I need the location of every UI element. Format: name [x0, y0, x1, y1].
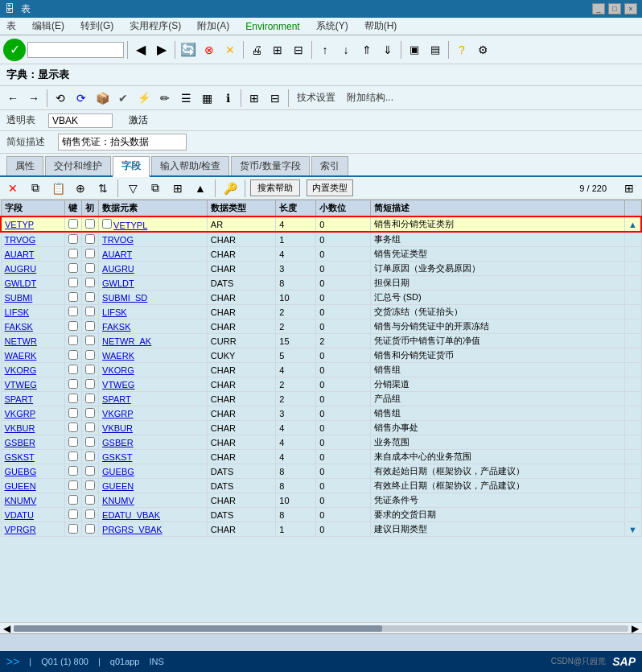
- close-button[interactable]: ×: [624, 3, 637, 14]
- display-icon[interactable]: ⊟: [265, 89, 285, 108]
- edit-icon[interactable]: ✏: [155, 89, 175, 108]
- table-row[interactable]: GSKSTGSKSTCHAR40来自成本中心的业务范围: [1, 450, 641, 464]
- right-arrow-icon[interactable]: ▶: [632, 623, 639, 634]
- data-element-link[interactable]: SUBMI_SD: [102, 293, 147, 303]
- up-icon[interactable]: ↑: [315, 40, 335, 60]
- table-row[interactable]: VKORGVKORGCHAR40销售组: [1, 363, 641, 377]
- filter-icon[interactable]: ▽: [123, 179, 142, 198]
- key-checkbox[interactable]: [68, 394, 78, 403]
- init-checkbox[interactable]: [85, 379, 95, 389]
- up2-icon[interactable]: ▲: [191, 179, 210, 198]
- table-icon[interactable]: ▦: [197, 89, 216, 108]
- data-element-link[interactable]: KNUMV: [102, 496, 134, 505]
- key-checkbox[interactable]: [68, 495, 78, 505]
- field-link[interactable]: WAERK: [5, 351, 37, 361]
- table-row[interactable]: VETYPVETYPLAR40销售和分销凭证类别▲: [1, 216, 641, 232]
- init-checkbox[interactable]: [85, 524, 95, 534]
- table-row[interactable]: NETWRNETWR_AKCURR152凭证货币中销售订单的净值: [1, 334, 641, 348]
- data-element-link[interactable]: VKBUR: [102, 423, 133, 433]
- table-container[interactable]: 字段 键 初 数据元素 数据类型 长度 小数位 简短描述 VETYPVETYPL…: [0, 200, 642, 622]
- data-element-link[interactable]: VKORG: [102, 365, 134, 375]
- field-link[interactable]: FAKSK: [5, 322, 33, 332]
- data-element-link[interactable]: VETYPL: [113, 221, 147, 230]
- info-icon[interactable]: ℹ: [218, 89, 237, 108]
- table-row[interactable]: GWLDTGWLDTDATS80担保日期: [1, 276, 641, 291]
- key-checkbox[interactable]: [68, 480, 78, 490]
- data-element-link[interactable]: GSKST: [102, 452, 132, 462]
- table-row[interactable]: LIFSKLIFSKCHAR20交货冻结（凭证抬头）: [1, 305, 641, 320]
- field-link[interactable]: GSBER: [5, 438, 36, 447]
- init-checkbox[interactable]: [85, 219, 95, 229]
- pagedown-icon[interactable]: ⇓: [378, 40, 397, 60]
- help-icon[interactable]: ?: [452, 40, 471, 60]
- data-element-link[interactable]: PRGRS_VBAK: [102, 525, 163, 534]
- insert-icon[interactable]: ⊕: [71, 179, 90, 198]
- paste-icon[interactable]: 📋: [48, 179, 68, 198]
- object-icon[interactable]: 📦: [93, 89, 112, 108]
- field-link[interactable]: VKGRP: [5, 409, 36, 418]
- tab-delivery[interactable]: 交付和维护: [45, 156, 111, 175]
- field-link[interactable]: VPRGR: [5, 525, 36, 534]
- key-checkbox[interactable]: [68, 307, 78, 316]
- init-checkbox[interactable]: [85, 263, 95, 273]
- menu-extras[interactable]: 附加(A): [194, 18, 233, 35]
- field-link[interactable]: AUGRU: [5, 264, 37, 274]
- table-row[interactable]: KNUMVKNUMVCHAR100凭证条件号: [1, 493, 641, 508]
- pageup-icon[interactable]: ⇑: [357, 40, 377, 60]
- key-checkbox[interactable]: [68, 437, 78, 447]
- key-checkbox[interactable]: [68, 466, 78, 476]
- find2-icon[interactable]: ⊟: [289, 40, 308, 60]
- command-input[interactable]: [27, 42, 124, 58]
- window1-icon[interactable]: ▣: [405, 40, 424, 60]
- data-element-link[interactable]: WAERK: [102, 351, 134, 361]
- key-checkbox[interactable]: [68, 524, 78, 534]
- data-element-link[interactable]: LIFSK: [102, 307, 127, 317]
- delete-row-icon[interactable]: ✕: [3, 179, 23, 198]
- data-element-link[interactable]: GWLDT: [102, 278, 134, 288]
- menu-table[interactable]: 表: [3, 18, 19, 35]
- key-checkbox[interactable]: [68, 350, 78, 360]
- init-checkbox[interactable]: [85, 234, 95, 244]
- init-checkbox[interactable]: [85, 365, 95, 374]
- key-checkbox[interactable]: [68, 451, 78, 461]
- tech-settings-btn[interactable]: 技术设置: [292, 91, 340, 105]
- move-icon[interactable]: ⇅: [93, 179, 113, 198]
- key-checkbox[interactable]: [68, 408, 78, 418]
- key-icon[interactable]: 🔑: [220, 179, 240, 198]
- key-checkbox[interactable]: [68, 321, 78, 331]
- key-checkbox[interactable]: [68, 336, 78, 345]
- field-link[interactable]: SUBMI: [5, 293, 33, 303]
- table-row[interactable]: VDATUEDATU_VBAKDATS80要求的交货日期: [1, 508, 641, 522]
- copy-icon[interactable]: ⧉: [26, 179, 45, 198]
- init-checkbox[interactable]: [85, 466, 95, 476]
- init-checkbox[interactable]: [85, 423, 95, 432]
- down-icon[interactable]: ↓: [336, 40, 356, 60]
- init-checkbox[interactable]: [85, 495, 95, 505]
- data-element-link[interactable]: AUGRU: [102, 264, 134, 274]
- init-checkbox[interactable]: [85, 437, 95, 447]
- table-row[interactable]: WAERKWAERKCUKY50销售和分销凭证货币: [1, 348, 641, 363]
- data-element-link[interactable]: VKGRP: [102, 409, 134, 418]
- data-element-link[interactable]: GSBER: [102, 438, 134, 447]
- menu-system[interactable]: 系统(Y): [313, 18, 352, 35]
- table-row[interactable]: FAKSKFAKSKCHAR20销售与分销凭证中的开票冻结: [1, 320, 641, 334]
- init-checkbox[interactable]: [85, 350, 95, 360]
- data-element-link[interactable]: SPART: [102, 394, 131, 404]
- tab-fields[interactable]: 字段: [113, 156, 150, 177]
- data-element-link[interactable]: GUEBG: [102, 467, 134, 476]
- field-link[interactable]: GUEEN: [5, 481, 36, 491]
- table-row[interactable]: AUARTAUARTCHAR40销售凭证类型: [1, 247, 641, 262]
- where-used-icon[interactable]: ⊞: [245, 89, 264, 108]
- cols-icon[interactable]: ⊞: [168, 179, 187, 198]
- init-checkbox[interactable]: [85, 336, 95, 345]
- search-help-button[interactable]: 搜索帮助: [250, 179, 300, 196]
- menu-edit[interactable]: 编辑(E): [29, 18, 68, 35]
- field-link[interactable]: AUART: [5, 249, 35, 259]
- sync-icon[interactable]: ⟲: [51, 89, 70, 108]
- table-row[interactable]: TRVOGTRVOGCHAR10事务组: [1, 232, 641, 247]
- table-row[interactable]: VKGRPVKGRPCHAR30销售组: [1, 406, 641, 421]
- table-row[interactable]: GUEENGUEENDATS80有效终止日期（框架协议，产品建议）: [1, 479, 641, 493]
- cancel-icon[interactable]: ✕: [220, 40, 240, 60]
- green-check-icon[interactable]: ✓: [3, 39, 26, 61]
- table-row[interactable]: GUEBGGUEBGDATS80有效起始日期（框架协议，产品建议）: [1, 464, 641, 479]
